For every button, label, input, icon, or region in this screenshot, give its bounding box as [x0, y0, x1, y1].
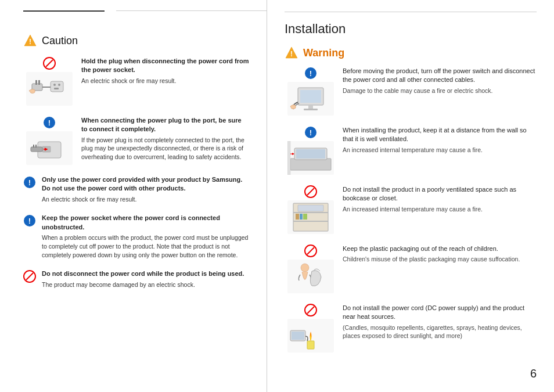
svg-text:!: ! [48, 118, 51, 127]
svg-rect-6 [35, 80, 37, 85]
svg-rect-19 [35, 145, 37, 148]
installation-heading: Installation [285, 21, 537, 37]
warning-triangle-icon-right: ! [285, 46, 298, 60]
warning-item-4-sub: Children's misuse of the plastic packagi… [343, 255, 537, 264]
plug-image [26, 72, 73, 106]
warning-item-5: Do not install the power cord (DC power … [285, 304, 537, 353]
svg-line-3 [46, 60, 53, 67]
caution-item-1-text: Hold the plug when disconnecting the pow… [81, 57, 249, 85]
caution-item-4-text: Keep the power socket where the power co… [42, 214, 249, 259]
left-column: ! Caution [0, 0, 267, 392]
svg-point-10 [58, 84, 60, 86]
ventilation-image [287, 141, 334, 175]
warning-title: Warning [303, 47, 344, 59]
caution-item-3-main: Only use the power cord provided with yo… [42, 175, 249, 193]
svg-rect-7 [38, 80, 40, 85]
svg-rect-40 [296, 149, 325, 159]
svg-rect-50 [300, 214, 303, 220]
warning-item-1-text: Before moving the product, turn off the … [343, 67, 537, 95]
exclaim-icon-2: ! [43, 116, 56, 129]
closet-image [287, 200, 334, 234]
caution-item-4-main: Keep the power socket where the power co… [42, 214, 249, 232]
warning-item-3-sub: An increased internal temperature may ca… [343, 205, 537, 214]
caution-item-2-sub: If the power plug is not completely conn… [81, 136, 249, 161]
svg-rect-59 [307, 341, 314, 349]
disconnect-image [287, 82, 334, 116]
plug-port-image [26, 131, 73, 165]
svg-rect-33 [308, 105, 313, 109]
exclaim-icon-3: ! [23, 176, 36, 189]
svg-line-25 [26, 273, 33, 280]
warning-item-2: ! [285, 126, 537, 175]
warning-item-3-main: Do not install the product in a poorly v… [343, 185, 537, 203]
warning-item-3-text: Do not install the product in a poorly v… [343, 185, 537, 213]
warning-item-1-main: Before moving the product, turn off the … [343, 67, 537, 85]
warning-item-4-text: Keep the plastic packaging out of the re… [343, 244, 537, 264]
svg-text:!: ! [310, 69, 312, 78]
top-rule-right [116, 10, 267, 11]
caution-item-5: Do not disconnect the power cord while t… [23, 269, 249, 289]
caution-item-3: ! Only use the power cord provided with … [23, 175, 249, 203]
warning-item-5-sub: (Candles, mosquito repellents, cigarette… [343, 323, 537, 340]
caution-item-1-main: Hold the plug when disconnecting the pow… [81, 57, 249, 75]
caution-item-1-sub: An electric shock or fire may result. [81, 77, 249, 85]
warning-item-1-sub: Damage to the cable may cause a fire or … [343, 87, 537, 95]
warning-item-3-left [285, 185, 337, 234]
no-icon-w5 [304, 304, 317, 317]
svg-rect-51 [303, 214, 307, 220]
page-number: 6 [530, 367, 537, 380]
svg-line-43 [307, 188, 314, 195]
warning-item-2-main: When installing the product, keep it at … [343, 126, 537, 144]
caution-item-5-main: Do not disconnect the power cord while t… [42, 269, 249, 278]
caution-item-5-sub: The product may become damaged by an ele… [42, 280, 249, 289]
warning-heading: ! Warning [285, 46, 537, 60]
exclaim-icon-4: ! [23, 214, 36, 227]
warning-item-4-left [285, 244, 337, 293]
caution-item-5-text: Do not disconnect the power cord while t… [42, 269, 249, 289]
warning-item-5-text: Do not install the power cord (DC power … [343, 304, 537, 340]
svg-rect-8 [51, 81, 63, 92]
warning-item-4-main: Keep the plastic packaging out of the re… [343, 244, 537, 253]
svg-text:!: ! [310, 128, 312, 137]
caution-item-3-sub: An electric shock or fire may result. [42, 195, 249, 204]
caution-item-3-text: Only use the power cord provided with yo… [42, 175, 249, 203]
svg-rect-32 [300, 90, 321, 103]
svg-rect-46 [293, 212, 328, 213]
warning-item-2-sub: An increased internal temperature may ca… [343, 146, 537, 154]
right-col-rule [285, 12, 537, 12]
warning-triangle-icon: ! [23, 34, 37, 48]
warning-item-5-left [285, 304, 337, 353]
caution-item-2: ! [23, 116, 249, 165]
svg-rect-47 [293, 221, 328, 222]
caution-title: Caution [42, 35, 78, 47]
svg-rect-11 [54, 88, 59, 89]
svg-text:!: ! [290, 50, 293, 58]
exclaim-icon-w2: ! [304, 126, 317, 139]
no-icon-1 [43, 57, 56, 70]
svg-rect-48 [298, 205, 323, 211]
heat-source-image [287, 319, 334, 353]
no-icon-w3 [304, 185, 317, 198]
warning-item-1: ! Before moving the product, t [285, 67, 537, 116]
warning-item-1-left: ! [285, 67, 337, 116]
caution-item-4: ! Keep the power socket where the power … [23, 214, 249, 259]
caution-heading: ! Caution [23, 34, 249, 48]
svg-point-9 [53, 84, 56, 86]
right-column: Installation ! Warning ! [267, 0, 554, 392]
svg-text:!: ! [28, 178, 31, 187]
warning-item-4: Keep the plastic packaging out of the re… [285, 244, 537, 293]
svg-text:!: ! [29, 38, 31, 46]
top-rule-left [23, 10, 105, 12]
svg-text:!: ! [28, 217, 31, 225]
exclaim-icon-w1: ! [304, 67, 317, 80]
warning-item-3: Do not install the product in a poorly v… [285, 185, 537, 234]
installation-title: Installation [285, 21, 346, 36]
svg-rect-17 [31, 147, 42, 152]
svg-point-55 [301, 264, 309, 272]
svg-rect-61 [292, 332, 304, 340]
caution-item-4-sub: When a problem occurs with the product, … [42, 233, 249, 259]
no-icon-5 [23, 270, 36, 283]
svg-line-53 [307, 247, 314, 254]
caution-item-2-main: When connecting the power plug to the po… [81, 116, 249, 134]
child-packaging-image [287, 260, 334, 293]
